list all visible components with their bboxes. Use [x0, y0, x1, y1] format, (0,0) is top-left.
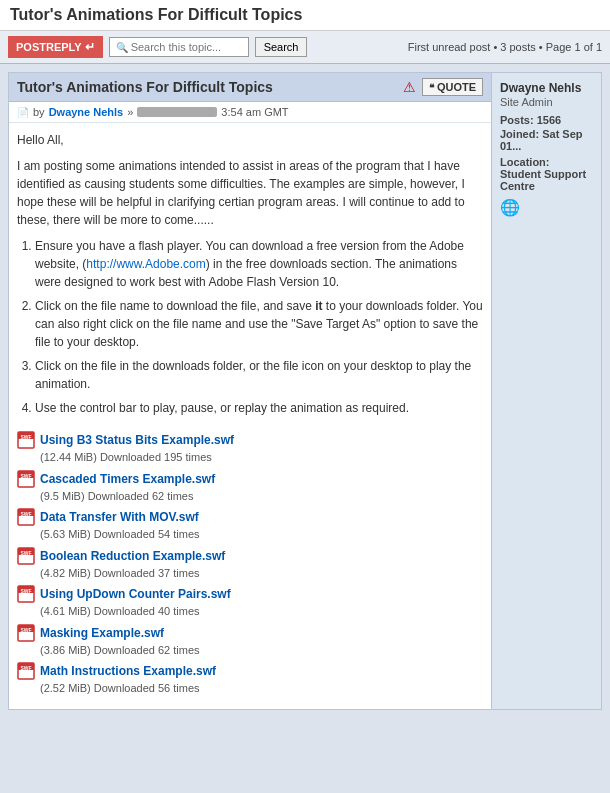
attachment-link[interactable]: Data Transfer With MOV.swf — [40, 508, 200, 526]
svg-text:SWF: SWF — [20, 472, 31, 478]
attachment-info: Boolean Reduction Example.swf(4.82 MiB) … — [40, 547, 225, 582]
search-input[interactable] — [131, 41, 246, 53]
attachment-link[interactable]: Using UpDown Counter Pairs.swf — [40, 585, 231, 603]
svg-text:SWF: SWF — [20, 588, 31, 594]
attachment-meta: (9.5 MiB) Downloaded 62 times — [40, 488, 215, 505]
user-role: Site Admin — [500, 96, 593, 108]
globe-icon: 🌐 — [500, 199, 520, 216]
instructions-list: Ensure you have a flash player. You can … — [17, 237, 483, 417]
page-title-bar: Tutor's Animations For Difficult Topics — [0, 0, 610, 31]
swf-file-icon: SWF — [17, 585, 35, 608]
attachment-info: Using B3 Status Bits Example.swf(12.44 M… — [40, 431, 234, 466]
instruction-item: Use the control bar to play, pause, or r… — [35, 399, 483, 417]
attachment-info: Cascaded Timers Example.swf(9.5 MiB) Dow… — [40, 470, 215, 505]
svg-text:SWF: SWF — [20, 549, 31, 555]
attachment-meta: (3.86 MiB) Downloaded 62 times — [40, 642, 200, 659]
svg-text:SWF: SWF — [20, 434, 31, 440]
content-area: Tutor's Animations For Difficult Topics … — [0, 64, 610, 718]
attachment-item: SWF Math Instructions Example.swf(2.52 M… — [17, 662, 483, 697]
swf-file-icon: SWF — [17, 470, 35, 493]
swf-file-icon: SWF — [17, 431, 35, 454]
attachment-meta: (4.82 MiB) Downloaded 37 times — [40, 565, 225, 582]
attachment-meta: (4.61 MiB) Downloaded 40 times — [40, 603, 231, 620]
greeting: Hello All, — [17, 131, 483, 149]
attachment-item: SWF Data Transfer With MOV.swf(5.63 MiB)… — [17, 508, 483, 543]
post-body: Hello All, I am posting some animations … — [9, 123, 491, 709]
post-meta: 📄 by Dwayne Nehls » 3:54 am GMT — [9, 102, 491, 123]
swf-file-icon: SWF — [17, 547, 35, 570]
user-location: Location: Student Support Centre — [500, 156, 593, 192]
toolbar: POSTREPLY ↵ 🔍 Search First unread post •… — [0, 31, 610, 64]
attachment-info: Using UpDown Counter Pairs.swf(4.61 MiB)… — [40, 585, 231, 620]
intro-text: I am posting some animations intended to… — [17, 157, 483, 229]
svg-text:SWF: SWF — [20, 626, 31, 632]
post-header-icons: ⚠ ❝ QUOTE — [403, 78, 483, 96]
search-button[interactable]: Search — [255, 37, 308, 57]
adobe-link[interactable]: http://www.Adobe.com — [86, 257, 205, 271]
reply-icon: ↵ — [85, 40, 95, 54]
attachment-link[interactable]: Math Instructions Example.swf — [40, 662, 216, 680]
post-meta-icon: 📄 — [17, 107, 29, 118]
svg-text:SWF: SWF — [20, 665, 31, 671]
post-reply-button[interactable]: POSTREPLY ↵ — [8, 36, 103, 58]
post-section: Tutor's Animations For Difficult Topics … — [8, 72, 492, 710]
search-box: 🔍 — [109, 37, 249, 57]
attachment-link[interactable]: Using B3 Status Bits Example.swf — [40, 431, 234, 449]
post-header: Tutor's Animations For Difficult Topics … — [9, 73, 491, 102]
user-globe[interactable]: 🌐 — [500, 198, 593, 217]
attachment-link[interactable]: Boolean Reduction Example.swf — [40, 547, 225, 565]
toolbar-left: POSTREPLY ↵ 🔍 Search — [8, 36, 307, 58]
user-posts: Posts: 1566 — [500, 114, 593, 126]
attachment-item: SWF Boolean Reduction Example.swf(4.82 M… — [17, 547, 483, 582]
report-icon[interactable]: ⚠ — [403, 79, 416, 95]
search-icon: 🔍 — [116, 42, 128, 53]
attachment-info: Masking Example.swf(3.86 MiB) Downloaded… — [40, 624, 200, 659]
post-date: 3:54 am GMT — [221, 106, 288, 118]
attachment-item: SWF Cascaded Timers Example.swf(9.5 MiB)… — [17, 470, 483, 505]
instruction-item: Ensure you have a flash player. You can … — [35, 237, 483, 291]
post-author-link[interactable]: Dwayne Nehls — [49, 106, 124, 118]
quote-button[interactable]: ❝ QUOTE — [422, 78, 483, 96]
attachment-link[interactable]: Masking Example.swf — [40, 624, 200, 642]
attachment-meta: (5.63 MiB) Downloaded 54 times — [40, 526, 200, 543]
attachment-meta: (12.44 MiB) Downloaded 195 times — [40, 449, 234, 466]
post-by-label: by — [33, 106, 45, 118]
attachment-info: Math Instructions Example.swf(2.52 MiB) … — [40, 662, 216, 697]
post-title: Tutor's Animations For Difficult Topics — [17, 79, 273, 95]
attachment-meta: (2.52 MiB) Downloaded 56 times — [40, 680, 216, 697]
user-name: Dwayne Nehls — [500, 81, 593, 95]
swf-file-icon: SWF — [17, 508, 35, 531]
toolbar-pagination: First unread post • 3 posts • Page 1 of … — [408, 41, 602, 53]
svg-text:SWF: SWF — [20, 511, 31, 517]
attachment-link[interactable]: Cascaded Timers Example.swf — [40, 470, 215, 488]
attachment-item: SWF Using B3 Status Bits Example.swf(12.… — [17, 431, 483, 466]
user-sidebar: Dwayne Nehls Site Admin Posts: 1566 Join… — [492, 72, 602, 710]
post-reply-label: POSTREPLY — [16, 41, 82, 53]
instruction-item: Click on the file name to download the f… — [35, 297, 483, 351]
author-bar — [137, 107, 217, 117]
attachment-info: Data Transfer With MOV.swf(5.63 MiB) Dow… — [40, 508, 200, 543]
page-title: Tutor's Animations For Difficult Topics — [10, 6, 302, 23]
user-joined: Joined: Sat Sep 01... — [500, 128, 593, 152]
swf-file-icon: SWF — [17, 624, 35, 647]
attachment-item: SWF Using UpDown Counter Pairs.swf(4.61 … — [17, 585, 483, 620]
swf-file-icon: SWF — [17, 662, 35, 685]
instruction-item: Click on the file in the downloads folde… — [35, 357, 483, 393]
quote-icon: ❝ — [429, 82, 434, 93]
attachment-item: SWF Masking Example.swf(3.86 MiB) Downlo… — [17, 624, 483, 659]
attachments-container: SWF Using B3 Status Bits Example.swf(12.… — [17, 431, 483, 697]
